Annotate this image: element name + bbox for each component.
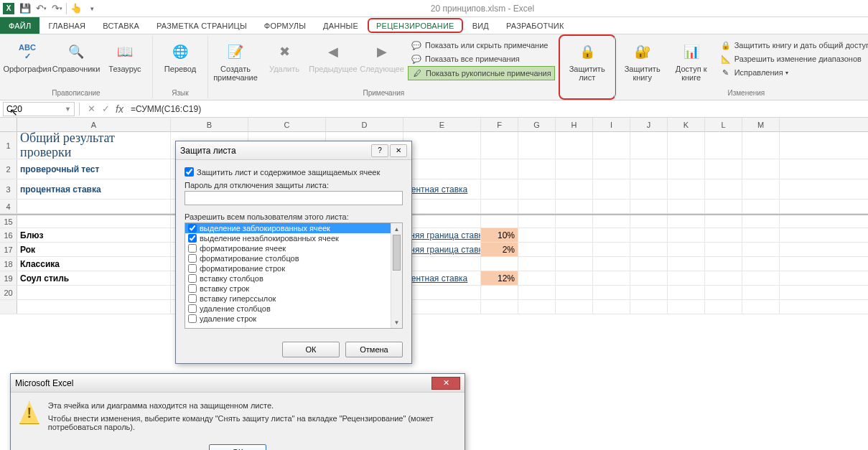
- rowhead-15[interactable]: 15: [0, 215, 17, 228]
- cell-F17[interactable]: 2%: [481, 243, 518, 256]
- protect-sheet-button[interactable]: 🔒Защитить лист: [564, 39, 610, 83]
- qat-redo-icon[interactable]: ↷▾: [49, 1, 65, 17]
- cell-E19[interactable]: центная ставка: [403, 271, 481, 285]
- rowhead-18[interactable]: 18: [0, 257, 17, 271]
- tab-data[interactable]: ДАННЫЕ: [314, 17, 367, 34]
- perm-item-6[interactable]: вставку строк: [185, 283, 402, 294]
- cell-A3[interactable]: процентная ставка: [17, 179, 171, 199]
- fx-icon[interactable]: fx: [116, 103, 123, 115]
- cell-A17[interactable]: Рок: [17, 243, 171, 256]
- perm-checkbox-7[interactable]: [188, 294, 197, 303]
- translate-button[interactable]: 🌐Перевод: [157, 39, 203, 75]
- cell-A16[interactable]: Блюз: [17, 228, 171, 242]
- qat-custom-dropdown-icon[interactable]: ▾: [84, 1, 100, 17]
- tab-formulas[interactable]: ФОРМУЛЫ: [256, 17, 314, 34]
- rowhead-4[interactable]: 4: [0, 200, 17, 213]
- namebox-dropdown-icon[interactable]: ▼: [65, 106, 71, 113]
- perm-item-2[interactable]: форматирование ячеек: [185, 243, 402, 253]
- perm-checkbox-2[interactable]: [188, 244, 197, 253]
- scroll-down-icon[interactable]: ▼: [391, 317, 402, 328]
- tab-developer[interactable]: РАЗРАБОТЧИК: [498, 17, 573, 34]
- perm-checkbox-5[interactable]: [188, 274, 197, 283]
- rowhead-17[interactable]: 17: [0, 243, 17, 256]
- permissions-list[interactable]: выделение заблокированных ячееквыделение…: [185, 222, 403, 329]
- perm-item-3[interactable]: форматирование столбцов: [185, 253, 402, 263]
- tab-review[interactable]: РЕЦЕНЗИРОВАНИЕ: [368, 18, 463, 33]
- col-H[interactable]: H: [556, 118, 593, 131]
- col-L[interactable]: L: [705, 118, 742, 131]
- protect-checkbox-row[interactable]: Защитить лист и содержимое защищаемых яч…: [185, 167, 403, 177]
- perm-item-7[interactable]: вставку гиперссылок: [185, 294, 402, 304]
- perm-item-8[interactable]: удаление столбцов: [185, 304, 402, 314]
- dialog-help-button[interactable]: ?: [371, 144, 388, 157]
- allow-ranges-button[interactable]: 📐Разрешить изменение диапазонов: [717, 52, 868, 65]
- rowhead-3[interactable]: 3: [0, 179, 17, 199]
- cell-A2[interactable]: проверочный тест: [17, 159, 171, 179]
- cell-A19[interactable]: Соул стиль: [17, 271, 171, 285]
- warning-ok-button[interactable]: ОК: [209, 444, 266, 450]
- perm-checkbox-0[interactable]: [188, 224, 197, 233]
- col-G[interactable]: G: [518, 118, 556, 131]
- dialog-close-button[interactable]: ✕: [390, 144, 407, 157]
- show-all-comments-button[interactable]: 💬Показать все примечания: [408, 52, 555, 65]
- tab-page-layout[interactable]: РАЗМЕТКА СТРАНИЦЫ: [148, 17, 256, 34]
- spelling-button[interactable]: ABC✓Орфография: [4, 39, 50, 75]
- rowhead-19[interactable]: 19: [0, 271, 17, 285]
- warning-close-button[interactable]: ✕: [431, 377, 460, 390]
- col-F[interactable]: F: [481, 118, 518, 131]
- tab-view[interactable]: ВИД: [464, 17, 498, 34]
- col-J[interactable]: J: [630, 118, 668, 131]
- warning-titlebar[interactable]: Microsoft Excel ✕: [11, 374, 465, 393]
- dialog-titlebar[interactable]: Защита листа ? ✕: [176, 141, 411, 160]
- perm-checkbox-3[interactable]: [188, 254, 197, 263]
- research-button[interactable]: 🔍Справочники: [53, 39, 99, 75]
- tab-file[interactable]: ФАЙЛ: [0, 17, 39, 34]
- toggle-comment-button[interactable]: 💬Показать или скрыть примечание: [408, 39, 555, 52]
- perm-item-4[interactable]: форматирование строк: [185, 263, 402, 273]
- dialog-ok-button[interactable]: ОК: [282, 342, 340, 357]
- perm-checkbox-4[interactable]: [188, 264, 197, 273]
- protect-share-button[interactable]: 🔒Защитить книгу и дать общий доступ: [717, 39, 868, 52]
- col-D[interactable]: D: [326, 118, 403, 131]
- perm-checkbox-9[interactable]: [188, 314, 197, 323]
- cell-A1[interactable]: Общий результат проверки: [17, 132, 171, 159]
- col-M[interactable]: M: [742, 118, 780, 131]
- formula-input[interactable]: =СУММ(C16:C19): [126, 104, 868, 114]
- protect-checkbox[interactable]: [185, 167, 194, 177]
- track-changes-button[interactable]: ✎Исправления▾: [717, 66, 868, 79]
- rowhead-16[interactable]: 16: [0, 228, 17, 242]
- cell-A18[interactable]: Классика: [17, 257, 171, 271]
- cancel-formula-icon[interactable]: ✕: [84, 103, 98, 114]
- perm-checkbox-8[interactable]: [188, 304, 197, 313]
- qat-touch-icon[interactable]: 👆: [68, 1, 84, 17]
- scroll-thumb[interactable]: [393, 235, 401, 271]
- show-ink-button[interactable]: 🖊Показать рукописные примечания: [408, 66, 555, 80]
- perm-item-0[interactable]: выделение заблокированных ячеек: [185, 223, 402, 233]
- col-K[interactable]: K: [668, 118, 705, 131]
- rowhead-2[interactable]: 2: [0, 159, 17, 179]
- share-workbook-button[interactable]: 📊Доступ к книге: [668, 39, 714, 83]
- dialog-cancel-button[interactable]: Отмена: [345, 342, 403, 357]
- scroll-up-icon[interactable]: ▲: [391, 223, 402, 235]
- perm-item-1[interactable]: выделение незаблокированных ячеек: [185, 233, 402, 243]
- enter-formula-icon[interactable]: ✓: [98, 103, 113, 114]
- new-comment-button[interactable]: 📝Создать примечание: [213, 39, 258, 83]
- cell-F19[interactable]: 12%: [481, 271, 518, 285]
- cell-F16[interactable]: 10%: [481, 228, 518, 242]
- perm-checkbox-1[interactable]: [188, 234, 197, 243]
- qat-save-icon[interactable]: 💾: [17, 1, 33, 17]
- col-B[interactable]: B: [171, 118, 248, 131]
- perm-item-5[interactable]: вставку столбцов: [185, 273, 402, 283]
- perm-checkbox-6[interactable]: [188, 284, 197, 293]
- col-I[interactable]: I: [593, 118, 630, 131]
- cell-A20[interactable]: [17, 286, 171, 299]
- tab-home[interactable]: ГЛАВНАЯ: [39, 17, 94, 34]
- tab-insert[interactable]: ВСТАВКА: [94, 17, 148, 34]
- rowhead-20[interactable]: 20: [0, 286, 17, 299]
- col-A[interactable]: A: [17, 118, 171, 131]
- perm-item-9[interactable]: удаление строк: [185, 314, 402, 324]
- cell-E3[interactable]: центная ставка: [403, 179, 481, 199]
- col-E[interactable]: E: [403, 118, 481, 131]
- rowhead-1[interactable]: 1: [0, 132, 17, 159]
- password-input[interactable]: [185, 191, 403, 205]
